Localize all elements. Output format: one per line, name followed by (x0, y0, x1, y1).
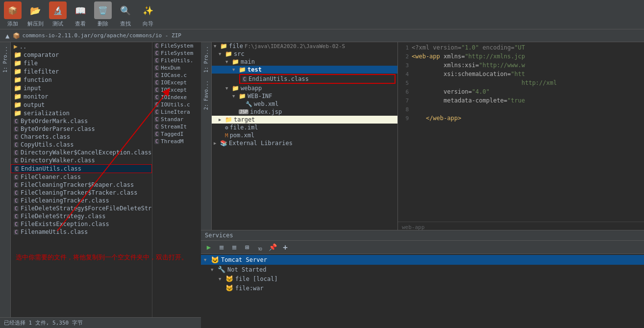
file-item-FileExistsException[interactable]: C FileExistsException.class (11, 220, 152, 228)
tab-project-right[interactable]: 1: Pro... (202, 44, 210, 75)
test-button[interactable]: 🔬 测试 (49, 1, 67, 27)
rfile-item-10[interactable]: CStandar (152, 116, 201, 123)
folder-icon: 📁 (14, 68, 22, 75)
extract-button[interactable]: 📂 解压到 (26, 1, 44, 27)
tree-item-webapp[interactable]: ▼ 📁 webapp (212, 84, 397, 92)
expand-arrow: ▼ (204, 257, 209, 262)
expand-arrow: ▶ (219, 117, 223, 122)
status-text: 已经选择 1 文件, 5,350 字节 (4, 319, 83, 327)
run-button[interactable]: ▶ (204, 242, 214, 252)
tree-label: test (248, 66, 262, 73)
file-item-FileCleaningTrackerMain[interactable]: C FileCleaningTracker.class (11, 197, 152, 204)
pin-button[interactable]: 📌 (268, 242, 277, 252)
tree-item-pomxml[interactable]: ▶ M pom.xml (212, 131, 397, 139)
file-item-name: FilenameUtils.class (21, 228, 88, 235)
rfile-item-4[interactable]: CIOCase.c (152, 72, 201, 79)
wrench-icon: 🔧 (218, 266, 225, 273)
file-item-CopyUtils[interactable]: C CopyUtils.class (11, 141, 152, 149)
svc-item-not-started[interactable]: ▼ 🔧 Not Started (201, 265, 644, 274)
class-icon: C (14, 190, 19, 196)
rfile-item-2[interactable]: CFileUtils. (152, 57, 201, 64)
tree-item-webxml[interactable]: ▶ 🔧 web.xml (212, 100, 397, 108)
file-item-FilenameUtils[interactable]: C FilenameUtils.class (11, 228, 152, 236)
file-item-output[interactable]: 📁 output (11, 101, 152, 109)
find-button[interactable]: 🔍 查找 (117, 1, 134, 27)
file-item-file[interactable]: 📁 file (11, 59, 152, 67)
svc-not-started-label: Not Started (227, 266, 266, 273)
file-item-Charsets[interactable]: C Charsets.class (11, 133, 152, 141)
rfile-item-7[interactable]: CIOIndexe (152, 94, 201, 101)
tree-item-ext-libraries[interactable]: ▶ 📚 External Libraries (212, 139, 397, 147)
rfile-item-5[interactable]: CIOExcept (152, 79, 201, 86)
tree-item-EndianUtils[interactable]: C EndianUtils.class (239, 74, 396, 84)
rfile-item-0[interactable]: CFileSystem (152, 42, 201, 50)
delete-button[interactable]: 🗑️ 删除 (94, 1, 112, 27)
tree-item-webinf[interactable]: ▼ 📁 WEB-INF (212, 92, 397, 100)
view-button[interactable]: 📖 查看 (72, 1, 89, 27)
file-item-serialization[interactable]: 📁 serialization (11, 109, 152, 117)
rfile-item-8[interactable]: CIOUtils.c (152, 101, 201, 108)
tree-item-target[interactable]: ▶ 📁 target (212, 116, 397, 124)
rfile-item-13[interactable]: CThreadM (152, 138, 201, 145)
file-item-name: FileExistsException.class (21, 221, 109, 227)
svc-tomcat-label: Tomcat Server (221, 256, 267, 263)
rfile-item-1[interactable]: CFileSystem (152, 50, 201, 57)
rfile-item-3[interactable]: CHexDum (152, 64, 201, 72)
class-icon: C (14, 126, 19, 132)
tree-item-src[interactable]: ▼ 📁 src (212, 50, 397, 58)
test-label: 测试 (52, 20, 63, 27)
file-item-name: FileCleaner.class (21, 174, 81, 180)
svc-item-file-war[interactable]: ▶ 🐱 file:war (201, 283, 644, 293)
folder-icon: 📁 (239, 93, 246, 100)
file-item-name: FileCleaningTracker.class (21, 197, 109, 204)
file-item-function[interactable]: 📁 function (11, 76, 152, 84)
file-item-ByteOrderParser[interactable]: C ByteOrderParser.class (11, 125, 152, 133)
tab-favorites[interactable]: 2: Favo... (202, 78, 210, 112)
wizard-button[interactable]: ✨ 向导 (139, 1, 157, 27)
file-item-filefilter[interactable]: 📁 filefilter (11, 67, 152, 76)
rfile-item-6[interactable]: CIOExcept (152, 86, 201, 94)
class-icon: C (14, 222, 19, 227)
tree-item-test[interactable]: ▼ 📁 test (212, 66, 397, 74)
tree-label: main (241, 58, 255, 65)
file-item-input[interactable]: 📁 input (11, 84, 152, 92)
file-item-EndianUtils[interactable]: C EndianUtils.class (11, 164, 152, 173)
add-icon: 📦 (4, 1, 22, 19)
breadcrumb-path: commons-io-2.11.0.jar/org/apache/commons… (22, 32, 181, 39)
svc-item-file-local[interactable]: ▼ 🐱 file [local] (201, 274, 644, 283)
file-item-FileCleaningTracker[interactable]: C FileCleaningTracker$Tracker.class (11, 189, 152, 197)
file-item-FileDeleteForce[interactable]: C FileDeleteStrategy$ForceFileDeleteStra… (11, 204, 152, 212)
status-bar: 已经选择 1 文件, 5,350 字节 (0, 317, 201, 328)
file-item-comparator[interactable]: 📁 comparator (11, 50, 152, 59)
group-button[interactable]: ⊞ (242, 242, 252, 252)
file-item-FileCleaner[interactable]: C FileCleaner.class (11, 173, 152, 181)
file-item-monitor[interactable]: 📁 monitor (11, 92, 152, 101)
file-item-FileDeleteStrategy[interactable]: C FileDeleteStrategy.class (11, 212, 152, 220)
tree-item-file-root[interactable]: ▼ 📁 file F:\java\IDEA2020.2\JavaWeb-02-S (212, 42, 397, 50)
filter-button[interactable]: ⏨ (255, 242, 265, 252)
align-left-button[interactable]: ≡ (217, 242, 226, 252)
file-item-name: FileCleaningTracker$Tracker.class (21, 189, 137, 196)
rfile-item-11[interactable]: CStreamIt (152, 123, 201, 130)
file-item-FileCleaningReaper[interactable]: C FileCleaningTracker$Reaper.class (11, 181, 152, 189)
svc-item-tomcat[interactable]: ▼ 🐱 Tomcat Server (201, 255, 644, 265)
editor-line-4: 4 xsi:schemaLocation="htt (398, 71, 644, 79)
toolbar: 📦 添加 📂 解压到 🔬 测试 📖 查看 🗑️ 删除 🔍 查找 (0, 0, 644, 29)
editor-panel: 1 <?xml version="1.0" encoding="UT 2 <we… (398, 42, 644, 230)
tree-item-indexjsp[interactable]: ▶ JSP index.jsp (212, 108, 397, 116)
file-item-ByteOrderMark[interactable]: C ByteOrderMark.class (11, 117, 152, 125)
rfile-item-9[interactable]: CLineItera (152, 108, 201, 116)
tree-item-main[interactable]: ▼ 📁 main (212, 58, 397, 66)
rfile-item-12[interactable]: CTaggedI (152, 130, 201, 138)
nav-up[interactable]: ▲ (4, 32, 11, 40)
file-item-DirWalkerCancel[interactable]: C DirectoryWalker$CancelException.class (11, 149, 152, 156)
tree-item-fileiml[interactable]: ▶ ⚙️ file.iml (212, 124, 397, 131)
add-service-button[interactable]: + (280, 242, 290, 252)
align-right-button[interactable]: ≡ (229, 242, 239, 252)
file-item-dotdot[interactable]: ▶ .. (11, 42, 152, 50)
folder-icon: 📁 (14, 109, 22, 117)
editor-line-8: 8 (398, 106, 644, 115)
add-button[interactable]: 📦 添加 (4, 1, 22, 27)
file-item-DirWalker[interactable]: C DirectoryWalker.class (11, 156, 152, 164)
tab-project[interactable]: 1: Pro... (1, 44, 9, 75)
